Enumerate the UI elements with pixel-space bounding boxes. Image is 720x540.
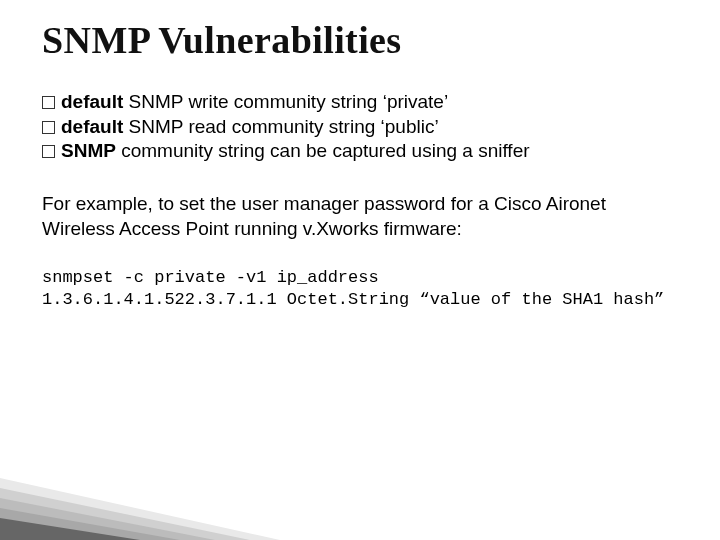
code-block: snmpset -c private -v1 ip_address 1.3.6.… [42,267,684,310]
bullet-item: SNMP community string can be captured us… [42,139,684,164]
checkbox-icon [42,145,55,158]
corner-stripes-icon [0,470,300,540]
stripe [0,518,140,540]
slide-title: SNMP Vulnerabilities [42,18,684,62]
bullet-item: default SNMP write community string ‘pri… [42,90,684,115]
bullet-rest: community string can be captured using a… [116,140,530,161]
stripe [0,478,280,540]
bullet-item: default SNMP read community string ‘publ… [42,115,684,140]
code-line: 1.3.6.1.4.1.522.3.7.1.1 Octet.String “va… [42,289,684,310]
checkbox-icon [42,121,55,134]
code-line: snmpset -c private -v1 ip_address [42,267,684,288]
slide: SNMP Vulnerabilities default SNMP write … [0,0,720,540]
bullet-lead: default [61,116,123,137]
bullet-lead: SNMP [61,140,116,161]
example-intro: For example, to set the user manager pas… [42,192,684,241]
stripe [0,498,215,540]
stripe [0,488,250,540]
bullet-list: default SNMP write community string ‘pri… [42,90,684,164]
bullet-rest: SNMP read community string ‘public’ [123,116,438,137]
bullet-rest: SNMP write community string ‘private’ [123,91,448,112]
stripe [0,508,180,540]
bullet-lead: default [61,91,123,112]
checkbox-icon [42,96,55,109]
